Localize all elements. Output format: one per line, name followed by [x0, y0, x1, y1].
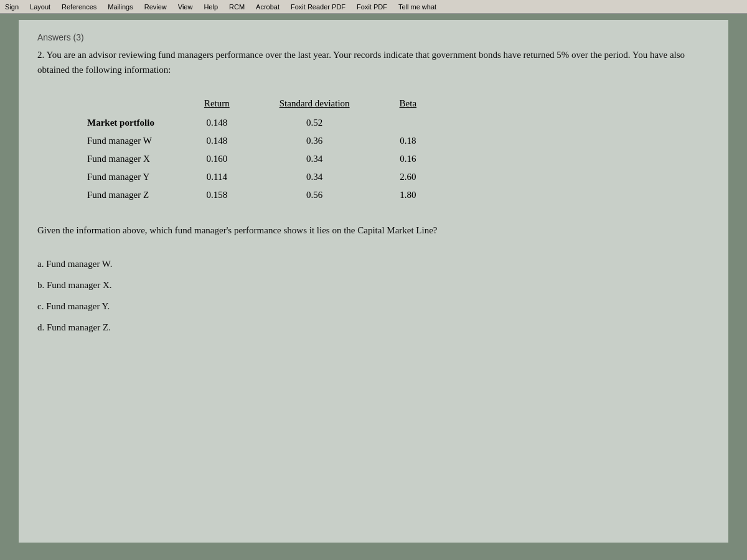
- row-stddev-x: 0.34: [255, 150, 375, 168]
- toolbar-foxit-pdf[interactable]: Foxit PDF: [357, 3, 387, 11]
- toolbar-sign[interactable]: Sign: [5, 3, 19, 11]
- row-stddev-market: 0.52: [255, 114, 375, 132]
- row-return-z: 0.158: [179, 186, 255, 204]
- main-content: Answers (3) 2. You are an advisor review…: [19, 20, 728, 543]
- row-return-x: 0.160: [179, 150, 255, 168]
- toolbar-view[interactable]: View: [178, 3, 193, 11]
- row-stddev-y: 0.34: [255, 168, 375, 186]
- row-beta-w: 0.18: [375, 132, 442, 150]
- row-label-w: Fund manager W: [87, 132, 179, 150]
- row-label-market: Market portfolio: [87, 114, 179, 132]
- row-beta-z: 1.80: [375, 186, 442, 204]
- row-beta-market: [375, 114, 442, 132]
- col-header-beta: Beta: [375, 96, 442, 114]
- answers-header: Answers (3): [37, 32, 710, 42]
- row-beta-y: 2.60: [375, 168, 442, 186]
- row-return-y: 0.114: [179, 168, 255, 186]
- toolbar-layout[interactable]: Layout: [30, 3, 50, 11]
- col-header-stddev: Standard deviation: [255, 96, 375, 114]
- col-header-return: Return: [179, 96, 255, 114]
- table-row: Market portfolio 0.148 0.52: [87, 114, 441, 132]
- toolbar-review[interactable]: Review: [144, 3, 167, 11]
- table-row: Fund manager X 0.160 0.34 0.16: [87, 150, 441, 168]
- row-label-x: Fund manager X: [87, 150, 179, 168]
- answer-option-c[interactable]: c. Fund manager Y.: [37, 299, 710, 314]
- row-label-z: Fund manager Z: [87, 186, 179, 204]
- data-table-container: Return Standard deviation Beta Market po…: [37, 96, 710, 204]
- question-footer: Given the information above, which fund …: [37, 223, 710, 238]
- table-row: Fund manager Y 0.114 0.34 2.60: [87, 168, 441, 186]
- row-beta-x: 0.16: [375, 150, 442, 168]
- answer-option-a[interactable]: a. Fund manager W.: [37, 256, 710, 271]
- answer-option-b[interactable]: b. Fund manager X.: [37, 278, 710, 292]
- row-stddev-w: 0.36: [255, 132, 375, 150]
- data-table: Return Standard deviation Beta Market po…: [87, 96, 441, 204]
- question-intro: 2. You are an advisor reviewing fund man…: [37, 47, 710, 77]
- toolbar-help[interactable]: Help: [204, 3, 218, 11]
- toolbar-tell-me[interactable]: Tell me what: [398, 3, 436, 11]
- toolbar-foxit-reader[interactable]: Foxit Reader PDF: [291, 3, 345, 11]
- row-stddev-z: 0.56: [255, 186, 375, 204]
- table-row: Fund manager Z 0.158 0.56 1.80: [87, 186, 441, 204]
- table-row: Fund manager W 0.148 0.36 0.18: [87, 132, 441, 150]
- row-label-y: Fund manager Y: [87, 168, 179, 186]
- answer-option-d[interactable]: d. Fund manager Z.: [37, 320, 710, 335]
- row-return-w: 0.148: [179, 132, 255, 150]
- toolbar-rcm[interactable]: RCM: [229, 3, 245, 11]
- toolbar-mailings[interactable]: Mailings: [108, 3, 133, 11]
- toolbar-references[interactable]: References: [62, 3, 96, 11]
- toolbar-acrobat[interactable]: Acrobat: [256, 3, 280, 11]
- row-return-market: 0.148: [179, 114, 255, 132]
- col-header-empty: [87, 96, 179, 114]
- answer-options: a. Fund manager W. b. Fund manager X. c.…: [37, 256, 710, 335]
- toolbar: Sign Layout References Mailings Review V…: [0, 0, 747, 14]
